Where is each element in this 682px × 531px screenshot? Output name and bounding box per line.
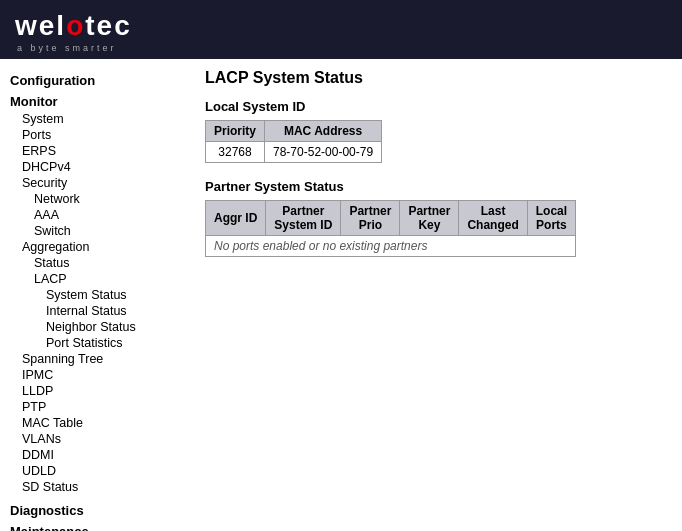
local-system-table: Priority MAC Address 32768 78-70-52-00-0…	[205, 120, 382, 163]
logo: welotec	[15, 10, 667, 42]
col-aggr-id: Aggr ID	[206, 201, 266, 236]
main-content: LACP System Status Local System ID Prior…	[185, 59, 682, 531]
sidebar-item-network[interactable]: Network	[10, 191, 185, 207]
sidebar-item-mac-table[interactable]: MAC Table	[10, 415, 185, 431]
sidebar-item-lacp[interactable]: LACP	[10, 271, 185, 287]
sidebar-item-ptp[interactable]: PTP	[10, 399, 185, 415]
sidebar-item-switch[interactable]: Switch	[10, 223, 185, 239]
sidebar-item-ports[interactable]: Ports	[10, 127, 185, 143]
sidebar-item-system[interactable]: System	[10, 111, 185, 127]
col-local-ports: LocalPorts	[527, 201, 575, 236]
sidebar-item-spanning-tree[interactable]: Spanning Tree	[10, 351, 185, 367]
sidebar-item-security[interactable]: Security	[10, 175, 185, 191]
sidebar-maintenance-title: Maintenance	[10, 524, 185, 531]
page-title: LACP System Status	[205, 69, 662, 87]
sidebar-item-udld[interactable]: UDLD	[10, 463, 185, 479]
sidebar-diagnostics-title: Diagnostics	[10, 503, 185, 518]
sidebar-item-erps[interactable]: ERPS	[10, 143, 185, 159]
col-partner-prio: PartnerPrio	[341, 201, 400, 236]
sidebar-item-dhcpv4[interactable]: DHCPv4	[10, 159, 185, 175]
sidebar-config-title: Configuration	[10, 73, 185, 88]
col-last-changed: LastChanged	[459, 201, 527, 236]
sidebar-item-port-statistics[interactable]: Port Statistics	[10, 335, 185, 351]
partner-system-table: Aggr ID PartnerSystem ID PartnerPrio Par…	[205, 200, 576, 257]
no-data-message: No ports enabled or no existing partners	[206, 236, 576, 257]
col-partner-key: PartnerKey	[400, 201, 459, 236]
sidebar-item-neighbor-status[interactable]: Neighbor Status	[10, 319, 185, 335]
local-system-row: 32768 78-70-52-00-00-79	[206, 142, 382, 163]
sidebar-item-ddmi[interactable]: DDMI	[10, 447, 185, 463]
header: welotec a byte smarter	[0, 0, 682, 59]
sidebar-item-vlans[interactable]: VLANs	[10, 431, 185, 447]
logo-tagline: a byte smarter	[17, 43, 667, 53]
col-partner-system-id: PartnerSystem ID	[266, 201, 341, 236]
local-mac-value: 78-70-52-00-00-79	[265, 142, 382, 163]
sidebar-item-lldp[interactable]: LLDP	[10, 383, 185, 399]
col-mac: MAC Address	[265, 121, 382, 142]
no-data-row: No ports enabled or no existing partners	[206, 236, 576, 257]
sidebar-item-status[interactable]: Status	[10, 255, 185, 271]
local-priority-value: 32768	[206, 142, 265, 163]
col-priority: Priority	[206, 121, 265, 142]
sidebar-item-internal-status[interactable]: Internal Status	[10, 303, 185, 319]
sidebar-monitor-title: Monitor	[10, 94, 185, 109]
sidebar-item-system-status[interactable]: System Status	[10, 287, 185, 303]
sidebar-item-sd-status[interactable]: SD Status	[10, 479, 185, 495]
sidebar-item-aggregation[interactable]: Aggregation	[10, 239, 185, 255]
sidebar: Configuration Monitor System Ports ERPS …	[0, 59, 185, 531]
partner-system-title: Partner System Status	[205, 179, 662, 194]
local-system-title: Local System ID	[205, 99, 662, 114]
sidebar-item-ipmc[interactable]: IPMC	[10, 367, 185, 383]
sidebar-item-aaa[interactable]: AAA	[10, 207, 185, 223]
